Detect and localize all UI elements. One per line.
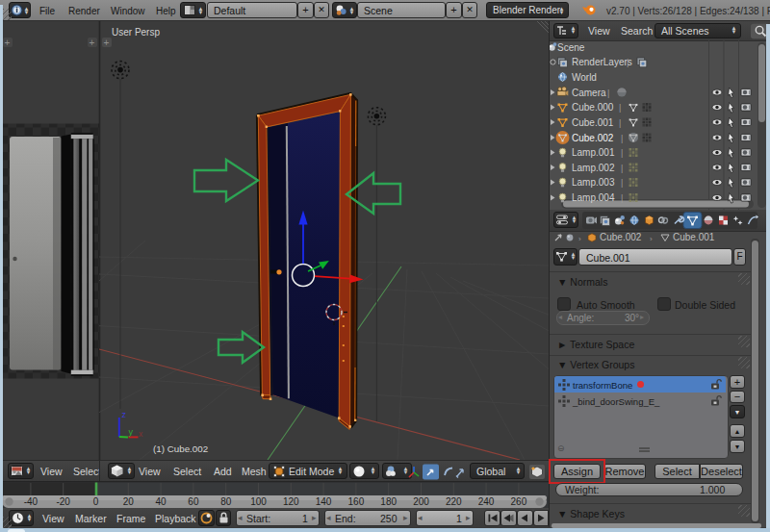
svg-text:Cube.000: Cube.000 — [572, 102, 614, 113]
svg-text:World: World — [572, 72, 597, 83]
svg-text:Scene: Scene — [557, 42, 585, 53]
svg-text:|: | — [619, 118, 621, 128]
svg-text:|: | — [621, 134, 623, 143]
svg-text:+: + — [90, 38, 95, 48]
svg-text:200: 200 — [413, 496, 429, 507]
svg-text:›: › — [578, 235, 581, 243]
svg-text:RenderLayers: RenderLayers — [572, 57, 632, 67]
svg-text:User Persp: User Persp — [112, 27, 160, 38]
svg-text:0: 0 — [93, 496, 99, 507]
svg-text:|: | — [621, 178, 623, 188]
svg-text:20: 20 — [123, 496, 135, 507]
svg-text:Lamp.001: Lamp.001 — [572, 147, 615, 158]
svg-text:Cube.002: Cube.002 — [600, 232, 642, 242]
svg-text:|: | — [621, 148, 623, 158]
svg-text:z: z — [122, 410, 127, 419]
svg-text:›: › — [650, 235, 653, 243]
svg-text:140: 140 — [316, 496, 332, 507]
svg-text:|: | — [621, 193, 623, 203]
svg-text:Lamp.003: Lamp.003 — [572, 177, 615, 188]
svg-text:180: 180 — [380, 496, 397, 507]
svg-text:Cube.002: Cube.002 — [572, 133, 614, 143]
svg-text:|: | — [607, 89, 609, 98]
svg-text:260: 260 — [511, 496, 527, 507]
svg-text:Cube.001: Cube.001 — [673, 232, 715, 242]
svg-text:Cube.001: Cube.001 — [572, 117, 614, 128]
svg-text:60: 60 — [188, 496, 199, 507]
svg-text:+: + — [104, 38, 110, 48]
svg-text:240: 240 — [478, 496, 495, 507]
svg-text:|: | — [621, 164, 623, 173]
svg-text:220: 220 — [446, 496, 462, 507]
svg-text:+: + — [5, 38, 11, 48]
svg-text:120: 120 — [283, 496, 299, 507]
svg-text:Lamp.002: Lamp.002 — [572, 163, 615, 173]
svg-text:-20: -20 — [56, 496, 70, 507]
svg-text:100: 100 — [250, 496, 267, 507]
svg-text:40: 40 — [156, 496, 167, 507]
svg-text:(1) Cube.002: (1) Cube.002 — [153, 443, 208, 454]
svg-text:Lamp.004: Lamp.004 — [572, 192, 615, 203]
svg-text:160: 160 — [348, 496, 365, 507]
svg-text:Camera: Camera — [572, 88, 606, 98]
svg-text:80: 80 — [220, 496, 232, 507]
svg-text:|: | — [627, 58, 629, 67]
svg-text:y: y — [129, 427, 134, 437]
svg-text:-40: -40 — [24, 496, 38, 507]
svg-text:|: | — [619, 103, 621, 113]
